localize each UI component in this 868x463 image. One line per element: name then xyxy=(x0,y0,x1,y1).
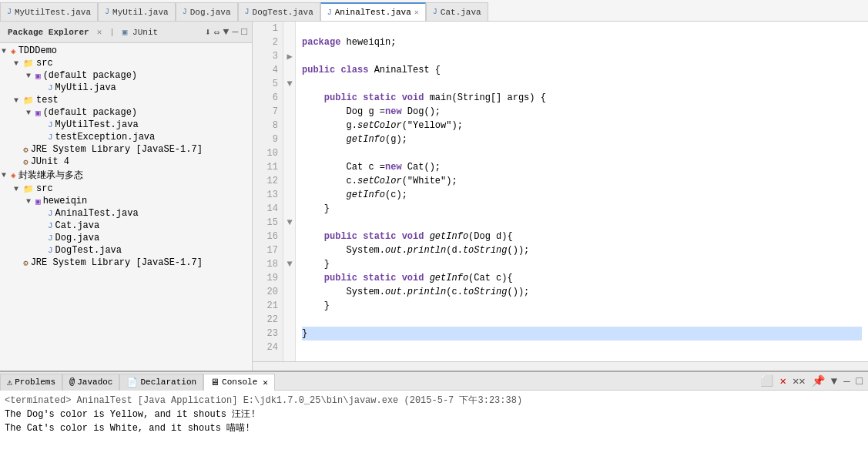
folder-icon: 📁 xyxy=(23,59,34,69)
console-minimize-button[interactable]: — xyxy=(841,374,852,388)
console-output: <terminated> AninalTest [Java Applicatio… xyxy=(0,391,868,463)
tree-item[interactable]: ▼▣heweiqin xyxy=(0,195,252,207)
code-container[interactable]: 123456789101112131415161718192021222324 … xyxy=(253,22,868,361)
tree-item[interactable]: ⚙JRE System Library [JavaSE-1.7] xyxy=(0,143,252,156)
code-line: public static void getInfo(Dog d){ xyxy=(302,230,862,243)
code-line: } xyxy=(302,327,862,341)
minimize-button[interactable]: — xyxy=(232,26,238,38)
tree-item-label: (default package) xyxy=(43,107,137,118)
close-icon[interactable]: ✕ xyxy=(263,377,268,388)
editor-tab-Dog_java[interactable]: JDog.java xyxy=(176,2,238,21)
editor-tab-bar: JMyUtilTest.javaJMyUtil.javaJDog.javaJDo… xyxy=(0,0,868,22)
code-content[interactable]: package heweiqin; public class AninalTes… xyxy=(296,22,868,361)
tab-icon: 📄 xyxy=(126,377,138,388)
console-toolbar: ⬜ ✕ ✕✕ 📌 ▼ — □ xyxy=(755,372,868,390)
tree-item[interactable]: JDogTest.java xyxy=(0,244,252,257)
code-line xyxy=(302,341,862,354)
java-file-icon: J xyxy=(245,8,250,16)
tree-item-label: testException.java xyxy=(55,132,156,143)
editor-tab-MyUtil_java[interactable]: JMyUtil.java xyxy=(98,2,176,21)
sidebar-tree: ▼◈TDDDemo▼📁src▼▣(default package)JMyUtil… xyxy=(0,43,252,371)
tab-icon: 🖥 xyxy=(210,377,220,388)
fold-icon[interactable]: ▼ xyxy=(285,79,294,89)
tree-item-label: MyUtilTest.java xyxy=(55,119,139,130)
tree-item[interactable]: ▼📁src xyxy=(0,183,252,195)
tree-item[interactable]: JMyUtilTest.java xyxy=(0,119,252,131)
tree-item[interactable]: ▼📁src xyxy=(0,57,252,69)
code-line: public static void getInfo(Cat c){ xyxy=(302,271,862,285)
code-line xyxy=(302,146,862,160)
pin-console-button[interactable]: 📌 xyxy=(809,374,827,388)
tree-arrow-icon: ▼ xyxy=(14,59,22,68)
tree-item[interactable]: ⚙JUnit 4 xyxy=(0,156,252,168)
tree-item-label: TDDDemo xyxy=(18,45,57,56)
bottom-tabs: ⚠Problems@Javadoc📄Declaration🖥Console✕ xyxy=(0,372,755,391)
fold-icon[interactable]: ▼ xyxy=(285,259,294,270)
tree-item[interactable]: JCat.java xyxy=(0,220,252,232)
terminate-button[interactable]: ✕ xyxy=(777,374,788,388)
editor-tab-MyUtilTest_java[interactable]: JMyUtilTest.java xyxy=(0,2,98,21)
bottom-tab-console[interactable]: 🖥Console✕ xyxy=(203,374,275,391)
code-line: Dog g =new Dog(); xyxy=(302,105,862,119)
tree-item[interactable]: JAninalTest.java xyxy=(0,207,252,220)
clear-console-button[interactable]: ⬜ xyxy=(758,374,776,388)
tree-arrow-icon: ▼ xyxy=(26,197,34,206)
editor-tab-DogTest_java[interactable]: JDogTest.java xyxy=(238,2,320,21)
tree-item[interactable]: JDog.java xyxy=(0,232,252,244)
tree-item-label: JRE System Library [JavaSE-1.7] xyxy=(31,144,203,155)
console-line-2: The Cat's color is White, and it shouts … xyxy=(5,421,863,435)
main-area: Package Explorer ✕ | ▣ JUnit ⬇ ⇔ ▼ — □ ▼… xyxy=(0,22,868,371)
horizontal-scrollbar[interactable] xyxy=(253,361,868,371)
java-icon: J xyxy=(48,246,53,255)
sidebar: Package Explorer ✕ | ▣ JUnit ⬇ ⇔ ▼ — □ ▼… xyxy=(0,22,253,371)
tree-item[interactable]: JMyUtil.java xyxy=(0,82,252,94)
code-line: getInfo(g); xyxy=(302,133,862,146)
sidebar-title-area: Package Explorer ✕ | ▣ JUnit xyxy=(5,26,161,38)
tree-item-label: src xyxy=(36,183,53,194)
bottom-panel: ⚠Problems@Javadoc📄Declaration🖥Console✕ ⬜… xyxy=(0,371,868,463)
tree-item-label: AninalTest.java xyxy=(55,208,139,219)
sidebar-tab-package-explorer[interactable]: Package Explorer xyxy=(5,27,92,38)
pkg-icon: ▣ xyxy=(35,196,41,206)
code-line: System.out.println(c.toString()); xyxy=(302,285,862,299)
lib-icon: ⚙ xyxy=(23,145,28,155)
tree-arrow-icon: ▼ xyxy=(2,171,9,179)
code-line: Cat c =new Cat(); xyxy=(302,160,862,174)
fold-icon[interactable]: ▶ xyxy=(285,51,294,62)
java-file-icon: J xyxy=(183,8,187,16)
editor-tab-AninalTest_java[interactable]: JAninalTest.java✕ xyxy=(320,2,426,21)
sidebar-tab-junit[interactable]: ▣ JUnit xyxy=(119,26,161,38)
code-line xyxy=(302,77,862,91)
tree-item-label: 封装继承与多态 xyxy=(18,169,83,182)
console-maximize-button[interactable]: □ xyxy=(854,374,865,388)
java-file-icon: J xyxy=(7,8,12,16)
tree-item-label: test xyxy=(36,95,59,106)
editor-tab-Cat_java[interactable]: JCat.java xyxy=(426,2,488,21)
tree-item[interactable]: ▼▣(default package) xyxy=(0,69,252,82)
tree-item[interactable]: ▼◈TDDDemo xyxy=(0,45,252,57)
code-line: public static void main(String[] args) { xyxy=(302,91,862,105)
bottom-tab-declaration[interactable]: 📄Declaration xyxy=(119,374,203,391)
tree-item[interactable]: ▼▣(default package) xyxy=(0,106,252,119)
tree-arrow-icon: ▼ xyxy=(14,96,22,105)
tree-item[interactable]: ▼📁test xyxy=(0,94,252,106)
tree-item[interactable]: ▼◈封装继承与多态 xyxy=(0,168,252,183)
tab-icon: @ xyxy=(69,377,75,388)
code-line: } xyxy=(302,299,862,313)
java-file-icon: J xyxy=(433,8,437,16)
console-menu-button[interactable]: ▼ xyxy=(829,374,840,388)
maximize-button[interactable]: □ xyxy=(241,26,247,38)
pkg-icon: ▣ xyxy=(35,108,41,118)
fold-icon[interactable]: ▼ xyxy=(285,217,294,228)
tree-item[interactable]: JtestException.java xyxy=(0,131,252,143)
tree-arrow-icon: ▼ xyxy=(26,72,34,80)
tree-item[interactable]: ⚙JRE System Library [JavaSE-1.7] xyxy=(0,257,252,269)
sidebar-menu-button[interactable]: ▼ xyxy=(223,26,230,38)
bottom-tab-javadoc[interactable]: @Javadoc xyxy=(62,374,119,391)
java-icon: J xyxy=(48,120,53,129)
link-editor-button[interactable]: ⇔ xyxy=(214,26,220,39)
collapse-all-button[interactable]: ⬇ xyxy=(205,26,211,39)
bottom-tab-problems[interactable]: ⚠Problems xyxy=(0,374,62,391)
close-icon[interactable]: ✕ xyxy=(414,8,419,17)
remove-terminated-button[interactable]: ✕✕ xyxy=(790,374,808,388)
